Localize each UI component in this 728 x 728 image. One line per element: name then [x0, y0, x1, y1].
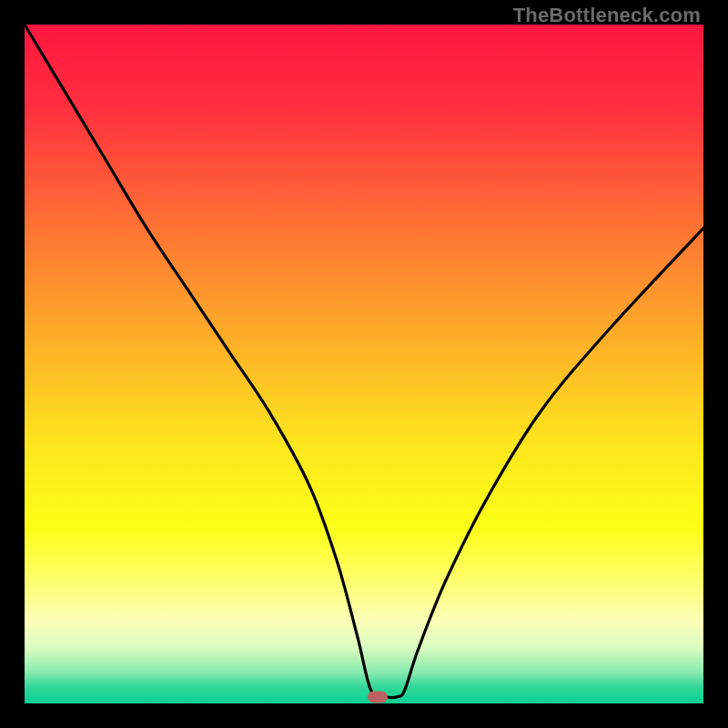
watermark-text: TheBottleneck.com — [513, 4, 701, 27]
plot-area — [25, 25, 703, 703]
svg-rect-0 — [25, 25, 703, 703]
chart-frame: TheBottleneck.com — [0, 0, 728, 728]
gradient-background — [25, 25, 703, 703]
optimum-marker — [368, 691, 388, 703]
